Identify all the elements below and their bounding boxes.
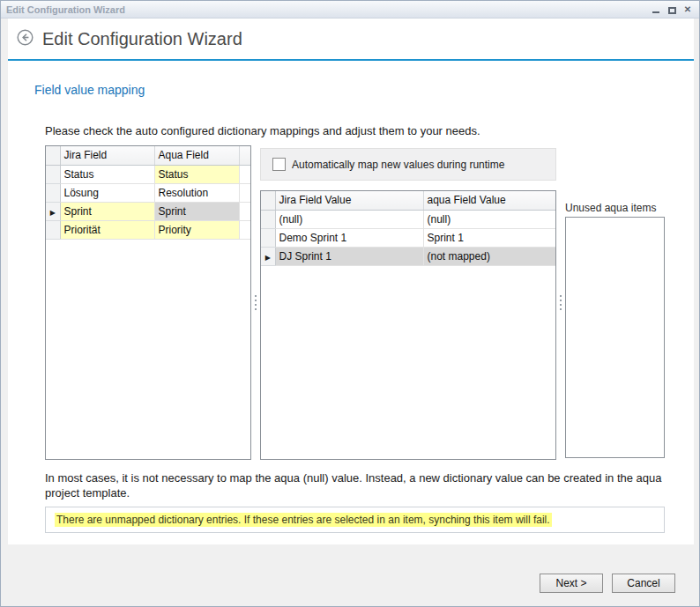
splitter-right[interactable] [556,145,565,460]
header-row: Jira Field Aqua Field [46,146,250,165]
cancel-button[interactable]: Cancel [612,574,675,593]
cell-aqua-field[interactable]: Status [154,165,239,183]
header-row: Jira Field Value aqua Field Value [261,191,555,210]
wizard-window: Edit Configuration Wizard ✕ Edit Configu… [0,0,700,607]
cell-filler [239,165,250,183]
row-selector-header [261,191,275,210]
row-selector-header [46,146,60,165]
next-button[interactable]: Next > [540,574,603,593]
row-selector: ▶ [46,202,60,220]
column-header-aqua-field-value[interactable]: aqua Field Value [423,191,555,210]
page-title: Edit Configuration Wizard [42,29,242,49]
warning-box: There are unmapped dictionary entries. I… [45,507,665,533]
cell-aqua-field[interactable]: Resolution [154,183,239,202]
value-mapping-grid: Jira Field Value aqua Field Value (null)… [260,190,556,460]
value-mapping-column: Automatically map new values during runt… [260,145,556,460]
cell-filler [239,202,250,220]
cell-jira-field[interactable]: Priorität [60,220,154,239]
table-row-selected[interactable]: ▶ DJ Sprint 1 (not mapped) [261,247,555,265]
column-header-jira-field[interactable]: Jira Field [60,146,154,165]
close-icon[interactable]: ✕ [681,4,694,15]
back-arrow-icon [17,29,34,48]
field-mapping-table: Jira Field Aqua Field Status Status [46,146,250,240]
mapping-area: Jira Field Aqua Field Status Status [45,145,694,460]
header-filler [239,146,250,165]
wizard-content: Field value mapping Please check the aut… [8,61,694,533]
column-header-jira-field-value[interactable]: Jira Field Value [275,191,423,210]
cell-jira-field-value[interactable]: DJ Sprint 1 [275,247,423,265]
wizard-header: Edit Configuration Wizard [8,19,694,61]
cell-aqua-field-value[interactable]: Sprint 1 [423,228,555,247]
row-selector: ▶ [261,247,275,265]
titlebar-controls: ✕ [650,4,694,15]
maximize-icon[interactable] [666,4,678,15]
table-row[interactable]: Status Status [46,165,250,183]
table-row[interactable]: (null) (null) [261,210,555,228]
cell-aqua-field[interactable]: Sprint [154,202,239,220]
table-row[interactable]: Demo Sprint 1 Sprint 1 [261,228,555,247]
selected-row-arrow-icon: ▶ [265,254,271,262]
column-header-aqua-field[interactable]: Aqua Field [154,146,239,165]
cell-jira-field-value[interactable]: Demo Sprint 1 [275,228,423,247]
row-selector [46,165,60,183]
auto-map-checkbox[interactable] [272,158,286,171]
back-button[interactable] [17,30,34,48]
unused-aqua-items-list[interactable] [565,217,665,458]
field-mapping-grid: Jira Field Aqua Field Status Status [45,145,251,460]
cell-aqua-field-value[interactable]: (null) [423,210,555,228]
titlebar[interactable]: Edit Configuration Wizard ✕ [1,1,699,19]
cell-jira-field[interactable]: Lösung [60,183,154,202]
table-row[interactable]: Priorität Priority [46,220,250,239]
selected-row-arrow-icon: ▶ [50,209,56,217]
minimize-icon[interactable] [650,4,662,15]
cell-aqua-field-value[interactable]: (not mapped) [423,247,555,265]
cell-jira-field[interactable]: Sprint [60,202,154,220]
cell-filler [239,220,250,239]
table-row-selected[interactable]: ▶ Sprint Sprint [46,202,250,220]
warning-text: There are unmapped dictionary entries. I… [55,513,552,527]
cell-filler [239,183,250,202]
note-text: In most cases, it is not necessary to ma… [45,470,662,500]
auto-map-checkbox-label[interactable]: Automatically map new values during runt… [292,159,504,171]
titlebar-title: Edit Configuration Wizard [6,4,125,15]
row-selector [261,228,275,247]
instruction-text: Please check the auto configured diction… [45,124,694,137]
value-mapping-table: Jira Field Value aqua Field Value (null)… [261,191,555,266]
unused-aqua-items-label: Unused aqua items [565,202,665,214]
auto-map-panel: Automatically map new values during runt… [260,148,556,181]
row-selector [261,210,275,228]
splitter-left[interactable] [251,145,260,460]
row-selector [46,183,60,202]
cell-jira-field-value[interactable]: (null) [275,210,423,228]
table-row[interactable]: Lösung Resolution [46,183,250,202]
wizard-panel: Edit Configuration Wizard Field value ma… [8,19,694,544]
footer-buttons: Next > Cancel [540,574,675,593]
cell-aqua-field[interactable]: Priority [154,220,239,239]
unused-items-column: Unused aqua items [565,145,665,460]
row-selector [46,220,60,239]
section-title: Field value mapping [34,83,694,97]
cell-jira-field[interactable]: Status [60,165,154,183]
